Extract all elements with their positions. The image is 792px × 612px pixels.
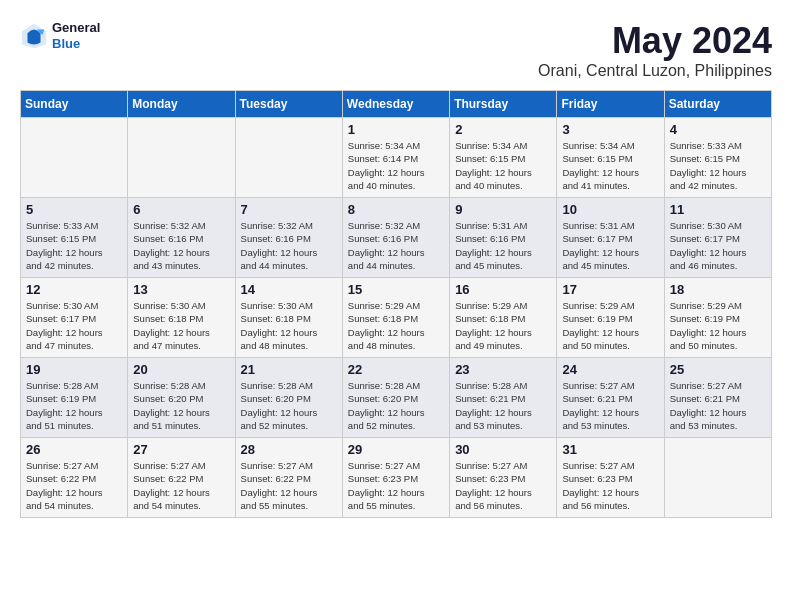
logo-text: General Blue — [52, 20, 100, 51]
calendar-week-row: 26Sunrise: 5:27 AM Sunset: 6:22 PM Dayli… — [21, 438, 772, 518]
calendar-cell: 20Sunrise: 5:28 AM Sunset: 6:20 PM Dayli… — [128, 358, 235, 438]
calendar-cell: 5Sunrise: 5:33 AM Sunset: 6:15 PM Daylig… — [21, 198, 128, 278]
cell-info: Sunrise: 5:30 AM Sunset: 6:18 PM Dayligh… — [241, 299, 337, 352]
calendar-cell — [21, 118, 128, 198]
calendar-cell: 28Sunrise: 5:27 AM Sunset: 6:22 PM Dayli… — [235, 438, 342, 518]
calendar-cell: 11Sunrise: 5:30 AM Sunset: 6:17 PM Dayli… — [664, 198, 771, 278]
cell-info: Sunrise: 5:33 AM Sunset: 6:15 PM Dayligh… — [26, 219, 122, 272]
calendar-table: SundayMondayTuesdayWednesdayThursdayFrid… — [20, 90, 772, 518]
calendar-cell: 2Sunrise: 5:34 AM Sunset: 6:15 PM Daylig… — [450, 118, 557, 198]
calendar-cell: 15Sunrise: 5:29 AM Sunset: 6:18 PM Dayli… — [342, 278, 449, 358]
day-number: 20 — [133, 362, 229, 377]
page-header: General Blue May 2024 Orani, Central Luz… — [20, 20, 772, 80]
weekday-header-sunday: Sunday — [21, 91, 128, 118]
title-block: May 2024 Orani, Central Luzon, Philippin… — [538, 20, 772, 80]
cell-info: Sunrise: 5:29 AM Sunset: 6:19 PM Dayligh… — [562, 299, 658, 352]
cell-info: Sunrise: 5:30 AM Sunset: 6:17 PM Dayligh… — [26, 299, 122, 352]
day-number: 9 — [455, 202, 551, 217]
calendar-cell: 27Sunrise: 5:27 AM Sunset: 6:22 PM Dayli… — [128, 438, 235, 518]
day-number: 13 — [133, 282, 229, 297]
calendar-cell: 3Sunrise: 5:34 AM Sunset: 6:15 PM Daylig… — [557, 118, 664, 198]
calendar-week-row: 1Sunrise: 5:34 AM Sunset: 6:14 PM Daylig… — [21, 118, 772, 198]
cell-info: Sunrise: 5:27 AM Sunset: 6:23 PM Dayligh… — [562, 459, 658, 512]
day-number: 7 — [241, 202, 337, 217]
calendar-cell: 23Sunrise: 5:28 AM Sunset: 6:21 PM Dayli… — [450, 358, 557, 438]
calendar-cell: 18Sunrise: 5:29 AM Sunset: 6:19 PM Dayli… — [664, 278, 771, 358]
day-number: 8 — [348, 202, 444, 217]
cell-info: Sunrise: 5:28 AM Sunset: 6:20 PM Dayligh… — [348, 379, 444, 432]
cell-info: Sunrise: 5:30 AM Sunset: 6:17 PM Dayligh… — [670, 219, 766, 272]
calendar-cell: 12Sunrise: 5:30 AM Sunset: 6:17 PM Dayli… — [21, 278, 128, 358]
calendar-cell — [235, 118, 342, 198]
calendar-cell: 13Sunrise: 5:30 AM Sunset: 6:18 PM Dayli… — [128, 278, 235, 358]
calendar-cell: 6Sunrise: 5:32 AM Sunset: 6:16 PM Daylig… — [128, 198, 235, 278]
cell-info: Sunrise: 5:27 AM Sunset: 6:22 PM Dayligh… — [133, 459, 229, 512]
weekday-header-monday: Monday — [128, 91, 235, 118]
day-number: 22 — [348, 362, 444, 377]
cell-info: Sunrise: 5:30 AM Sunset: 6:18 PM Dayligh… — [133, 299, 229, 352]
calendar-week-row: 5Sunrise: 5:33 AM Sunset: 6:15 PM Daylig… — [21, 198, 772, 278]
day-number: 26 — [26, 442, 122, 457]
day-number: 10 — [562, 202, 658, 217]
weekday-header-thursday: Thursday — [450, 91, 557, 118]
cell-info: Sunrise: 5:28 AM Sunset: 6:20 PM Dayligh… — [133, 379, 229, 432]
cell-info: Sunrise: 5:28 AM Sunset: 6:20 PM Dayligh… — [241, 379, 337, 432]
day-number: 27 — [133, 442, 229, 457]
cell-info: Sunrise: 5:27 AM Sunset: 6:22 PM Dayligh… — [26, 459, 122, 512]
day-number: 30 — [455, 442, 551, 457]
calendar-cell: 7Sunrise: 5:32 AM Sunset: 6:16 PM Daylig… — [235, 198, 342, 278]
calendar-week-row: 12Sunrise: 5:30 AM Sunset: 6:17 PM Dayli… — [21, 278, 772, 358]
day-number: 4 — [670, 122, 766, 137]
day-number: 28 — [241, 442, 337, 457]
calendar-week-row: 19Sunrise: 5:28 AM Sunset: 6:19 PM Dayli… — [21, 358, 772, 438]
cell-info: Sunrise: 5:32 AM Sunset: 6:16 PM Dayligh… — [241, 219, 337, 272]
day-number: 14 — [241, 282, 337, 297]
logo-blue: Blue — [52, 36, 100, 52]
calendar-cell: 10Sunrise: 5:31 AM Sunset: 6:17 PM Dayli… — [557, 198, 664, 278]
day-number: 6 — [133, 202, 229, 217]
calendar-cell: 19Sunrise: 5:28 AM Sunset: 6:19 PM Dayli… — [21, 358, 128, 438]
day-number: 21 — [241, 362, 337, 377]
day-number: 29 — [348, 442, 444, 457]
calendar-cell: 21Sunrise: 5:28 AM Sunset: 6:20 PM Dayli… — [235, 358, 342, 438]
cell-info: Sunrise: 5:34 AM Sunset: 6:15 PM Dayligh… — [455, 139, 551, 192]
calendar-cell — [664, 438, 771, 518]
day-number: 1 — [348, 122, 444, 137]
logo-icon — [20, 22, 48, 50]
calendar-cell: 14Sunrise: 5:30 AM Sunset: 6:18 PM Dayli… — [235, 278, 342, 358]
day-number: 25 — [670, 362, 766, 377]
calendar-cell: 29Sunrise: 5:27 AM Sunset: 6:23 PM Dayli… — [342, 438, 449, 518]
calendar-cell: 17Sunrise: 5:29 AM Sunset: 6:19 PM Dayli… — [557, 278, 664, 358]
location-subtitle: Orani, Central Luzon, Philippines — [538, 62, 772, 80]
calendar-cell — [128, 118, 235, 198]
cell-info: Sunrise: 5:32 AM Sunset: 6:16 PM Dayligh… — [133, 219, 229, 272]
cell-info: Sunrise: 5:28 AM Sunset: 6:19 PM Dayligh… — [26, 379, 122, 432]
cell-info: Sunrise: 5:31 AM Sunset: 6:16 PM Dayligh… — [455, 219, 551, 272]
calendar-cell: 30Sunrise: 5:27 AM Sunset: 6:23 PM Dayli… — [450, 438, 557, 518]
cell-info: Sunrise: 5:29 AM Sunset: 6:18 PM Dayligh… — [348, 299, 444, 352]
cell-info: Sunrise: 5:29 AM Sunset: 6:18 PM Dayligh… — [455, 299, 551, 352]
calendar-cell: 22Sunrise: 5:28 AM Sunset: 6:20 PM Dayli… — [342, 358, 449, 438]
logo-general: General — [52, 20, 100, 36]
calendar-cell: 9Sunrise: 5:31 AM Sunset: 6:16 PM Daylig… — [450, 198, 557, 278]
month-year-title: May 2024 — [538, 20, 772, 62]
cell-info: Sunrise: 5:27 AM Sunset: 6:21 PM Dayligh… — [562, 379, 658, 432]
cell-info: Sunrise: 5:27 AM Sunset: 6:23 PM Dayligh… — [348, 459, 444, 512]
day-number: 17 — [562, 282, 658, 297]
day-number: 19 — [26, 362, 122, 377]
day-number: 11 — [670, 202, 766, 217]
day-number: 5 — [26, 202, 122, 217]
calendar-cell: 16Sunrise: 5:29 AM Sunset: 6:18 PM Dayli… — [450, 278, 557, 358]
calendar-cell: 26Sunrise: 5:27 AM Sunset: 6:22 PM Dayli… — [21, 438, 128, 518]
cell-info: Sunrise: 5:34 AM Sunset: 6:15 PM Dayligh… — [562, 139, 658, 192]
cell-info: Sunrise: 5:29 AM Sunset: 6:19 PM Dayligh… — [670, 299, 766, 352]
cell-info: Sunrise: 5:27 AM Sunset: 6:23 PM Dayligh… — [455, 459, 551, 512]
cell-info: Sunrise: 5:27 AM Sunset: 6:22 PM Dayligh… — [241, 459, 337, 512]
calendar-cell: 25Sunrise: 5:27 AM Sunset: 6:21 PM Dayli… — [664, 358, 771, 438]
day-number: 3 — [562, 122, 658, 137]
day-number: 2 — [455, 122, 551, 137]
day-number: 16 — [455, 282, 551, 297]
calendar-cell: 31Sunrise: 5:27 AM Sunset: 6:23 PM Dayli… — [557, 438, 664, 518]
calendar-cell: 8Sunrise: 5:32 AM Sunset: 6:16 PM Daylig… — [342, 198, 449, 278]
weekday-header-saturday: Saturday — [664, 91, 771, 118]
